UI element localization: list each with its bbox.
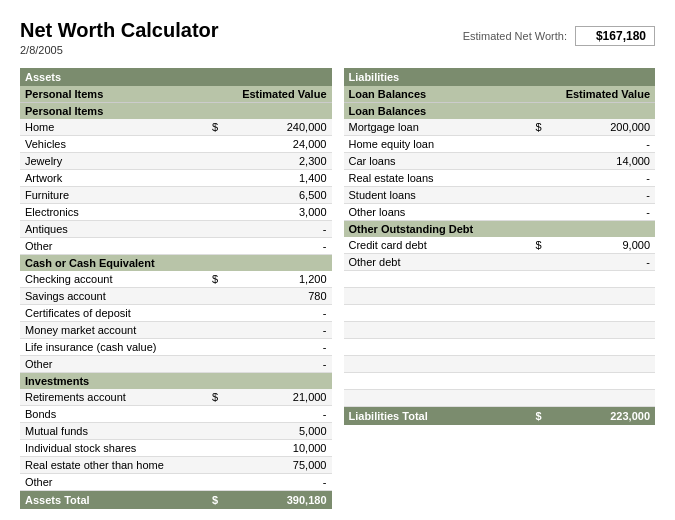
liabilities-section-header: Liabilities	[344, 68, 656, 86]
table-row-empty	[344, 356, 656, 373]
item-label: Individual stock shares	[20, 440, 207, 457]
table-row: Bonds -	[20, 406, 332, 423]
item-label: Furniture	[20, 187, 207, 204]
table-row: Real estate loans -	[344, 170, 656, 187]
item-value: 780	[232, 288, 332, 305]
table-row: Life insurance (cash value) -	[20, 339, 332, 356]
table-row: Mutual funds 5,000	[20, 423, 332, 440]
item-dollar	[207, 474, 232, 491]
assets-col-dollar	[207, 86, 232, 103]
liabilities-group-debt-label: Other Outstanding Debt	[344, 221, 656, 238]
item-label: Artwork	[20, 170, 207, 187]
item-label: Vehicles	[20, 136, 207, 153]
liabilities-table: Liabilities Loan Balances Estimated Valu…	[344, 68, 656, 425]
item-value: -	[232, 406, 332, 423]
item-dollar	[207, 440, 232, 457]
table-row: Money market account -	[20, 322, 332, 339]
liabilities-group-loans: Loan Balances	[344, 103, 656, 120]
item-value: 1,200	[232, 271, 332, 288]
item-dollar	[207, 423, 232, 440]
table-row: Checking account $ 1,200	[20, 271, 332, 288]
item-dollar	[207, 170, 232, 187]
table-row: Credit card debt $ 9,000	[344, 237, 656, 254]
item-value: -	[555, 187, 655, 204]
title-block: Net Worth Calculator 2/8/2005	[20, 18, 219, 56]
assets-section-header: Assets	[20, 68, 332, 86]
item-label: Money market account	[20, 322, 207, 339]
item-label: Real estate loans	[344, 170, 531, 187]
table-row: Individual stock shares 10,000	[20, 440, 332, 457]
item-dollar	[207, 406, 232, 423]
page-header: Net Worth Calculator 2/8/2005 Estimated …	[20, 18, 655, 56]
table-row-empty	[344, 373, 656, 390]
table-row: Vehicles 24,000	[20, 136, 332, 153]
table-row: Other -	[20, 238, 332, 255]
item-label: Other	[20, 474, 207, 491]
item-value: 240,000	[232, 119, 332, 136]
item-label: Other	[20, 356, 207, 373]
net-worth-value: $167,180	[575, 26, 655, 46]
item-label: Life insurance (cash value)	[20, 339, 207, 356]
table-row: Retirements account $ 21,000	[20, 389, 332, 406]
liabilities-title: Liabilities	[344, 68, 656, 86]
assets-group-cash: Cash or Cash Equivalent	[20, 255, 332, 272]
item-label: Car loans	[344, 153, 531, 170]
tables-container: Assets Personal Items Estimated Value Pe…	[20, 68, 655, 509]
item-value: -	[555, 254, 655, 271]
liabilities-total-label: Liabilities Total	[344, 407, 531, 426]
table-row: Home $ 240,000	[20, 119, 332, 136]
assets-total-dollar: $	[207, 491, 232, 510]
item-label: Student loans	[344, 187, 531, 204]
item-dollar: $	[530, 237, 555, 254]
liabilities-total-row: Liabilities Total $ 223,000	[344, 407, 656, 426]
assets-table: Assets Personal Items Estimated Value Pe…	[20, 68, 332, 509]
liabilities-col-header: Loan Balances Estimated Value	[344, 86, 656, 103]
assets-group-investments-label: Investments	[20, 373, 332, 390]
item-label: Other debt	[344, 254, 531, 271]
item-label: Antiques	[20, 221, 207, 238]
item-value: 1,400	[232, 170, 332, 187]
table-row: Other -	[20, 356, 332, 373]
item-dollar	[207, 305, 232, 322]
table-row: Furniture 6,500	[20, 187, 332, 204]
item-value: 75,000	[232, 457, 332, 474]
item-dollar	[207, 356, 232, 373]
item-value: 14,000	[555, 153, 655, 170]
item-value: -	[232, 474, 332, 491]
item-value: -	[232, 221, 332, 238]
item-dollar	[207, 187, 232, 204]
item-dollar: $	[207, 119, 232, 136]
table-row: Antiques -	[20, 221, 332, 238]
table-row: Other -	[20, 474, 332, 491]
item-value: 5,000	[232, 423, 332, 440]
liabilities-group-debt: Other Outstanding Debt	[344, 221, 656, 238]
table-row-empty	[344, 271, 656, 288]
table-row: Home equity loan -	[344, 136, 656, 153]
item-value: -	[232, 322, 332, 339]
item-value: 10,000	[232, 440, 332, 457]
assets-total-label: Assets Total	[20, 491, 207, 510]
item-label: Bonds	[20, 406, 207, 423]
item-label: Retirements account	[20, 389, 207, 406]
liabilities-col-value: Estimated Value	[555, 86, 655, 103]
item-value: 3,000	[232, 204, 332, 221]
page-title: Net Worth Calculator	[20, 18, 219, 42]
item-dollar	[530, 170, 555, 187]
item-dollar: $	[207, 271, 232, 288]
item-value: -	[232, 356, 332, 373]
item-dollar	[207, 204, 232, 221]
assets-section: Assets Personal Items Estimated Value Pe…	[20, 68, 332, 509]
table-row: Other debt -	[344, 254, 656, 271]
assets-col-header: Personal Items Estimated Value	[20, 86, 332, 103]
liabilities-group-loans-label: Loan Balances	[344, 103, 656, 120]
table-row-empty	[344, 288, 656, 305]
item-dollar	[207, 457, 232, 474]
item-dollar	[207, 288, 232, 305]
table-row: Savings account 780	[20, 288, 332, 305]
assets-group-personal-label: Personal Items	[20, 103, 332, 120]
item-value: 24,000	[232, 136, 332, 153]
item-label: Electronics	[20, 204, 207, 221]
item-dollar	[207, 238, 232, 255]
item-value: 21,000	[232, 389, 332, 406]
item-value: -	[555, 170, 655, 187]
